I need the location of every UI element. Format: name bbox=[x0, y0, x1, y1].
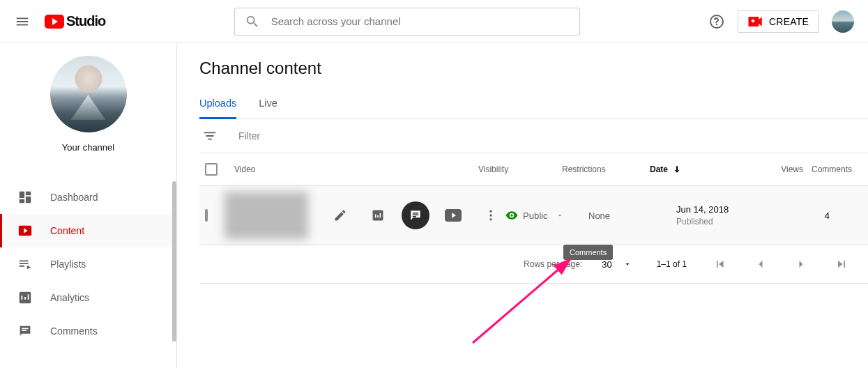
column-date[interactable]: Date bbox=[650, 164, 747, 174]
column-restrictions: Restrictions bbox=[562, 164, 650, 174]
cell-restrictions: None bbox=[588, 210, 676, 221]
sidebar-item-playlists[interactable]: Playlists bbox=[0, 247, 176, 281]
rows-per-page-label: Rows per page: bbox=[524, 259, 582, 269]
logo[interactable]: Studio bbox=[45, 13, 105, 29]
channel-name: Your channel bbox=[62, 142, 114, 153]
pagination-range: 1–1 of 1 bbox=[657, 259, 687, 269]
youtube-watch-icon[interactable] bbox=[439, 201, 467, 229]
video-thumbnail[interactable] bbox=[224, 192, 308, 239]
svg-point-7 bbox=[510, 214, 512, 216]
filter-row[interactable]: Filter bbox=[199, 119, 868, 153]
edit-icon[interactable] bbox=[326, 201, 354, 229]
visibility-public-icon bbox=[505, 208, 519, 222]
cell-comments[interactable]: 0 bbox=[830, 210, 868, 221]
arrow-down-icon bbox=[672, 164, 682, 174]
sidebar-item-content[interactable]: Content bbox=[0, 214, 176, 247]
cell-visibility[interactable]: Public bbox=[505, 208, 588, 222]
chevron-down-icon bbox=[556, 211, 564, 220]
tabs: Uploads Live bbox=[199, 93, 868, 119]
sidebar-item-comments[interactable]: Comments bbox=[0, 314, 176, 348]
prev-page-icon[interactable] bbox=[747, 257, 775, 271]
svg-point-4 bbox=[489, 210, 492, 213]
comments-icon[interactable] bbox=[402, 201, 429, 229]
chevron-down-icon bbox=[623, 260, 632, 268]
column-video: Video bbox=[234, 164, 478, 174]
menu-icon[interactable] bbox=[14, 13, 31, 30]
scrollbar[interactable] bbox=[172, 181, 176, 342]
app-header: Studio CREATE bbox=[0, 0, 868, 43]
table-header: Video Visibility Restrictions Date Views… bbox=[199, 153, 868, 186]
sidebar: Your channel Dashboard Content Playlists… bbox=[0, 43, 177, 368]
main-content: Channel content Uploads Live Filter Vide… bbox=[177, 43, 868, 368]
analytics-icon bbox=[17, 290, 33, 305]
select-all-checkbox[interactable] bbox=[205, 163, 218, 176]
analytics-icon[interactable] bbox=[364, 201, 392, 229]
avatar[interactable] bbox=[832, 10, 854, 33]
playlists-icon bbox=[17, 256, 33, 272]
logo-text: Studio bbox=[66, 13, 105, 29]
channel-avatar[interactable] bbox=[50, 56, 127, 132]
search-input-wrap[interactable] bbox=[234, 8, 580, 36]
column-visibility: Visibility bbox=[478, 164, 562, 174]
search-input[interactable] bbox=[271, 15, 570, 27]
column-views: Views bbox=[747, 164, 803, 174]
tooltip: Comments bbox=[563, 245, 613, 260]
column-comments: Comments bbox=[803, 164, 852, 174]
row-checkbox[interactable] bbox=[205, 209, 208, 222]
create-button[interactable]: CREATE bbox=[738, 10, 819, 33]
sidebar-item-label: Analytics bbox=[50, 292, 89, 303]
filter-placeholder: Filter bbox=[238, 130, 260, 141]
rows-per-page-select[interactable]: 30 bbox=[602, 259, 631, 270]
sidebar-item-label: Comments bbox=[50, 325, 98, 337]
comments-icon bbox=[17, 323, 33, 339]
tab-live[interactable]: Live bbox=[259, 93, 277, 118]
sidebar-item-label: Playlists bbox=[50, 259, 86, 270]
video-camera-icon bbox=[748, 17, 763, 26]
dashboard-icon bbox=[17, 190, 33, 205]
cell-date: Jun 14, 2018 Published bbox=[676, 204, 774, 227]
search-icon bbox=[245, 14, 260, 29]
content-icon bbox=[17, 223, 33, 238]
next-page-icon[interactable] bbox=[787, 257, 815, 271]
svg-point-6 bbox=[489, 218, 492, 220]
more-icon[interactable] bbox=[477, 201, 505, 229]
svg-point-5 bbox=[489, 214, 492, 216]
table-row: Public None Jun 14, 2018 Published 4 0 bbox=[199, 186, 868, 245]
sidebar-item-label: Dashboard bbox=[50, 192, 98, 203]
page-title: Channel content bbox=[199, 59, 868, 78]
youtube-icon bbox=[45, 15, 64, 29]
first-page-icon[interactable] bbox=[706, 257, 734, 271]
cell-views: 4 bbox=[774, 210, 830, 221]
sidebar-item-analytics[interactable]: Analytics bbox=[0, 281, 176, 314]
filter-icon bbox=[202, 128, 218, 144]
sidebar-item-label: Content bbox=[50, 225, 84, 236]
help-icon[interactable] bbox=[708, 13, 725, 30]
pagination: Rows per page: 30 1–1 of 1 bbox=[199, 245, 868, 284]
tab-uploads[interactable]: Uploads bbox=[199, 93, 236, 118]
create-button-label: CREATE bbox=[769, 16, 809, 27]
last-page-icon[interactable] bbox=[828, 257, 855, 271]
sidebar-item-dashboard[interactable]: Dashboard bbox=[0, 181, 176, 214]
